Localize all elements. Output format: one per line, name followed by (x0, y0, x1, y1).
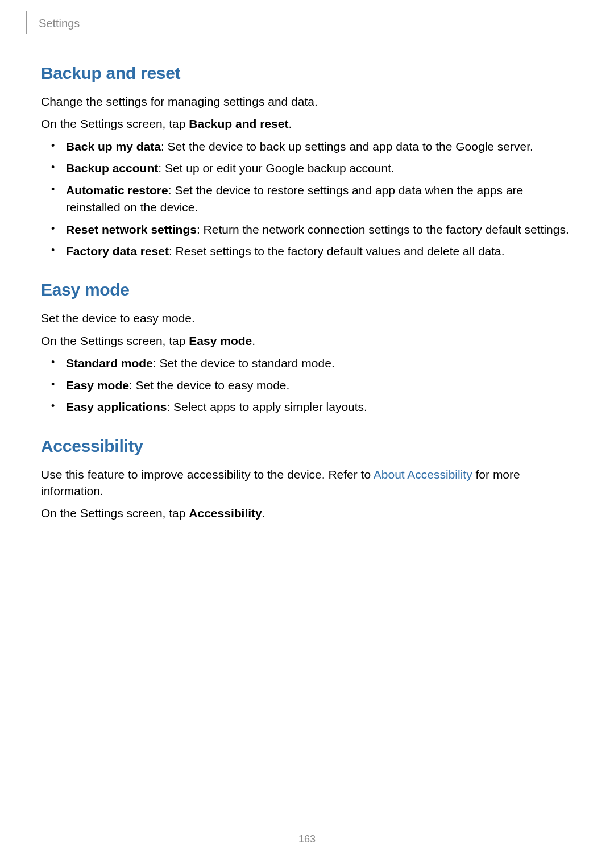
instruction-prefix: On the Settings screen, tap (41, 334, 189, 347)
item-bold: Backup account (66, 161, 158, 175)
list-item: Easy mode: Set the device to easy mode. (57, 377, 573, 394)
instruction-suffix: . (288, 117, 292, 130)
instruction-suffix: . (252, 334, 255, 347)
section-heading-easy: Easy mode (41, 280, 573, 300)
item-bold: Reset network settings (66, 223, 197, 236)
header-divider (26, 11, 27, 34)
page-content: Backup and reset Change the settings for… (0, 0, 614, 522)
backup-intro: Change the settings for managing setting… (41, 93, 573, 110)
about-accessibility-link[interactable]: About Accessibility (374, 468, 472, 481)
page-number: 163 (0, 833, 614, 845)
list-item: Automatic restore: Set the device to res… (57, 182, 573, 217)
item-bold: Factory data reset (66, 244, 169, 258)
backup-instruction: On the Settings screen, tap Backup and r… (41, 115, 573, 132)
item-bold: Easy applications (66, 400, 167, 413)
accessibility-intro: Use this feature to improve accessibilit… (41, 466, 573, 500)
item-bold: Easy mode (66, 379, 129, 392)
list-item: Backup account: Set up or edit your Goog… (57, 160, 573, 177)
list-item: Back up my data: Set the device to back … (57, 138, 573, 155)
item-rest: : Set the device to back up settings and… (161, 140, 533, 153)
intro-prefix: Use this feature to improve accessibilit… (41, 468, 374, 481)
item-rest: : Reset settings to the factory default … (169, 244, 505, 258)
instruction-prefix: On the Settings screen, tap (41, 117, 189, 130)
header-breadcrumb: Settings (39, 17, 80, 30)
list-item: Factory data reset: Reset settings to th… (57, 243, 573, 260)
accessibility-instruction: On the Settings screen, tap Accessibilit… (41, 505, 573, 521)
instruction-suffix: . (262, 506, 265, 520)
item-rest: : Set the device to standard mode. (153, 356, 335, 369)
instruction-bold: Backup and reset (189, 117, 288, 130)
instruction-prefix: On the Settings screen, tap (41, 506, 189, 520)
section-heading-backup: Backup and reset (41, 64, 573, 83)
instruction-bold: Accessibility (189, 506, 262, 520)
item-rest: : Select apps to apply simpler layouts. (167, 400, 367, 413)
section-heading-accessibility: Accessibility (41, 437, 573, 456)
easy-list: Standard mode: Set the device to standar… (41, 355, 573, 416)
item-rest: : Set up or edit your Google backup acco… (158, 161, 395, 175)
easy-instruction: On the Settings screen, tap Easy mode. (41, 333, 573, 349)
easy-intro: Set the device to easy mode. (41, 310, 573, 326)
list-item: Easy applications: Select apps to apply … (57, 398, 573, 416)
item-bold: Automatic restore (66, 184, 168, 197)
instruction-bold: Easy mode (189, 334, 252, 347)
backup-list: Back up my data: Set the device to back … (41, 138, 573, 260)
list-item: Standard mode: Set the device to standar… (57, 355, 573, 372)
list-item: Reset network settings: Return the netwo… (57, 221, 573, 238)
item-rest: : Set the device to easy mode. (129, 379, 290, 392)
item-bold: Standard mode (66, 356, 153, 369)
item-rest: : Return the network connection settings… (197, 223, 569, 236)
item-bold: Back up my data (66, 140, 161, 153)
